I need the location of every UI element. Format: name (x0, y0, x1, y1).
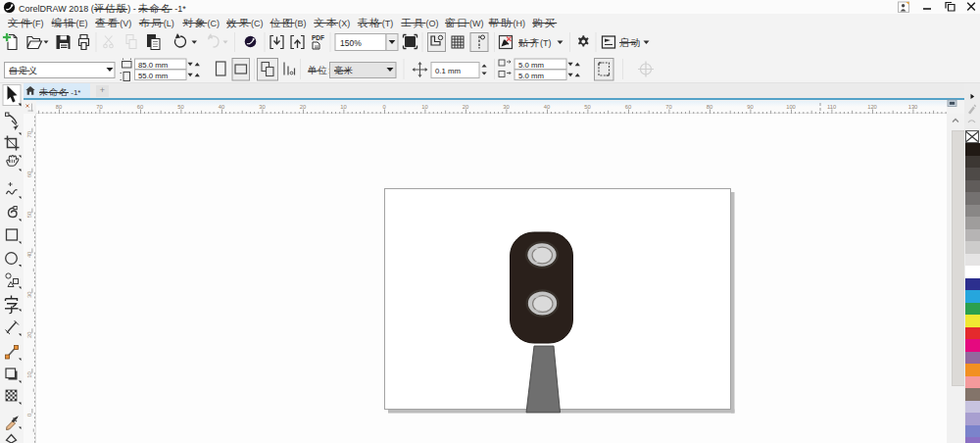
svg-text:70: 70 (26, 131, 32, 137)
svg-text:(T): (T) (540, 38, 552, 48)
svg-text:80: 80 (707, 104, 712, 110)
svg-text:50: 50 (584, 104, 590, 110)
svg-text:120: 120 (867, 104, 877, 110)
svg-text:0: 0 (26, 414, 32, 417)
svg-text:10: 10 (26, 371, 32, 377)
svg-text:130: 130 (908, 104, 918, 110)
svg-text:85.0 mm: 85.0 mm (138, 61, 168, 70)
svg-text:40: 40 (26, 252, 32, 258)
svg-text:55.0 mm: 55.0 mm (138, 72, 168, 80)
svg-text:10: 10 (421, 104, 427, 110)
svg-text:5.0 mm: 5.0 mm (518, 61, 544, 70)
svg-text:60: 60 (625, 104, 631, 110)
svg-text:150%: 150% (340, 38, 362, 48)
svg-text:20: 20 (463, 104, 468, 110)
svg-text:10: 10 (340, 104, 346, 110)
svg-text:30: 30 (26, 292, 32, 298)
svg-text:70: 70 (96, 104, 102, 110)
svg-text:60: 60 (137, 104, 143, 110)
svg-text:40: 40 (544, 104, 550, 110)
svg-text:5.0 mm: 5.0 mm (518, 72, 544, 80)
svg-text:60: 60 (26, 172, 32, 177)
svg-text:110: 110 (827, 104, 836, 110)
svg-text:70: 70 (665, 104, 671, 110)
svg-text:0: 0 (382, 104, 385, 110)
svg-text:20: 20 (26, 331, 32, 337)
svg-text:80: 80 (56, 104, 62, 110)
svg-text:单位:: 单位: (307, 65, 332, 75)
svg-text:40: 40 (219, 104, 224, 110)
svg-text:30: 30 (503, 104, 509, 110)
svg-text:PDF: PDF (312, 34, 324, 41)
svg-text:50: 50 (26, 212, 32, 218)
svg-text:50: 50 (177, 104, 183, 110)
svg-text:0.1 mm: 0.1 mm (435, 67, 461, 75)
svg-text:30: 30 (259, 104, 265, 110)
svg-text:90: 90 (747, 104, 753, 110)
svg-text:100: 100 (786, 104, 796, 110)
svg-text:20: 20 (300, 104, 306, 110)
